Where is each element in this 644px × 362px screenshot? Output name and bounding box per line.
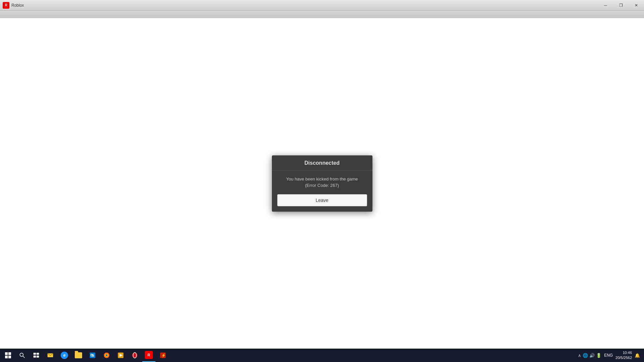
minimize-button[interactable]: ─ bbox=[598, 0, 613, 11]
restore-button[interactable]: ❐ bbox=[613, 0, 629, 11]
power-icon[interactable]: 🔋 bbox=[596, 353, 601, 358]
taskbar-taskview-button[interactable] bbox=[30, 349, 43, 362]
taskbar-app-unknown-button[interactable]: ⚡ bbox=[156, 349, 170, 362]
dialog-footer: Leave bbox=[272, 194, 372, 212]
taskbar-left: e 🛍 bbox=[1, 349, 170, 362]
taskbar-search-button[interactable] bbox=[15, 349, 29, 362]
taskbar-roblox-button[interactable]: R bbox=[142, 349, 156, 362]
dialog-body: You have been kicked from the game (Erro… bbox=[272, 170, 372, 194]
network-icon[interactable]: 🌐 bbox=[583, 353, 588, 358]
opera-icon bbox=[131, 352, 138, 359]
mail-icon bbox=[47, 352, 54, 359]
svg-rect-3 bbox=[37, 353, 39, 355]
taskbar-explorer-button[interactable] bbox=[72, 349, 85, 362]
taskbar-ie-button[interactable]: e bbox=[58, 349, 71, 362]
folder-icon bbox=[75, 352, 82, 358]
svg-rect-4 bbox=[34, 356, 36, 358]
volume-icon[interactable]: 🔊 bbox=[589, 353, 595, 358]
app-unknown-icon: ⚡ bbox=[160, 352, 166, 359]
svg-point-14 bbox=[132, 353, 138, 358]
svg-point-0 bbox=[20, 353, 23, 356]
taskbar-store-button[interactable]: 🛍 bbox=[86, 349, 99, 362]
dialog-message: You have been kicked from the game (Erro… bbox=[279, 176, 366, 189]
date-display: 20/5/2562 bbox=[616, 355, 632, 360]
svg-point-11 bbox=[106, 355, 108, 356]
dialog-message-line1: You have been kicked from the game bbox=[286, 176, 358, 182]
taskbar: e 🛍 bbox=[0, 349, 644, 362]
firefox-icon bbox=[103, 352, 110, 359]
language-indicator[interactable]: ENG bbox=[604, 353, 613, 358]
svg-line-1 bbox=[23, 356, 25, 358]
taskbar-firefox-button[interactable] bbox=[100, 349, 113, 362]
toolbar bbox=[0, 11, 644, 18]
taskbar-mail-button[interactable] bbox=[44, 349, 57, 362]
windows-icon bbox=[5, 352, 11, 358]
title-bar: R Roblox ─ ❐ ✕ bbox=[0, 0, 644, 11]
time-display: 10:46 bbox=[616, 350, 632, 355]
window-title: Roblox bbox=[11, 3, 24, 8]
title-bar-left: R Roblox bbox=[0, 2, 24, 9]
taskbar-right: ∧ 🌐 🔊 🔋 ENG 10:46 20/5/2562 🔔 bbox=[578, 350, 643, 361]
search-icon bbox=[19, 352, 25, 359]
window-controls: ─ ❐ ✕ bbox=[598, 0, 644, 11]
notification-bell-icon[interactable]: 🔔 bbox=[635, 353, 640, 358]
leave-button[interactable]: Leave bbox=[277, 194, 367, 206]
dialog-message-line2: (Error Code: 267) bbox=[305, 183, 339, 188]
svg-text:⚡: ⚡ bbox=[161, 353, 166, 358]
roblox-icon: R bbox=[145, 351, 153, 359]
chevron-up-icon[interactable]: ∧ bbox=[578, 353, 581, 358]
taskbar-opera-button[interactable] bbox=[128, 349, 141, 362]
dialog-header: Disconnected bbox=[272, 155, 372, 170]
svg-text:🛍: 🛍 bbox=[90, 353, 94, 357]
svg-rect-5 bbox=[37, 356, 39, 358]
main-content: Disconnected You have been kicked from t… bbox=[0, 18, 644, 349]
start-button[interactable] bbox=[1, 349, 15, 362]
dialog-title: Disconnected bbox=[304, 160, 340, 166]
ie-icon: e bbox=[61, 352, 68, 359]
close-button[interactable]: ✕ bbox=[629, 0, 644, 11]
taskbar-plex-button[interactable] bbox=[114, 349, 127, 362]
plex-icon bbox=[117, 352, 124, 359]
app-icon: R bbox=[3, 2, 9, 9]
svg-rect-2 bbox=[34, 353, 36, 355]
taskview-icon bbox=[33, 352, 40, 359]
disconnected-dialog: Disconnected You have been kicked from t… bbox=[272, 155, 372, 212]
notification-area: ∧ 🌐 🔊 🔋 bbox=[578, 353, 601, 358]
clock[interactable]: 10:46 20/5/2562 bbox=[616, 350, 632, 361]
store-icon: 🛍 bbox=[89, 352, 96, 359]
